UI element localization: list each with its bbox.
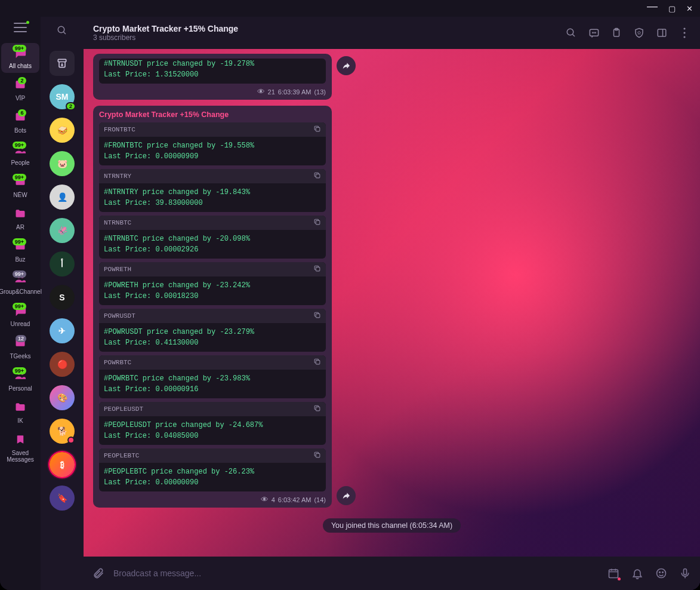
chat-list: SM2🥪🐷👤🦑أS✈🔴🎨🐕₿🔖 xyxy=(41,17,84,590)
copy-icon[interactable] xyxy=(313,265,321,274)
folder-item[interactable]: 6 Bots xyxy=(1,107,39,137)
badge: 2 xyxy=(66,102,76,110)
svg-point-36 xyxy=(662,572,664,573)
code-line: #NTRNUSDT price changed by -19.278% xyxy=(104,59,321,69)
code-line: #PEOPLEBTC price changed by -26.23% xyxy=(104,466,321,477)
folder-item[interactable]: IK xyxy=(1,398,39,428)
folder-item[interactable]: 99+ Group&Channel xyxy=(1,269,39,299)
svg-point-20 xyxy=(683,32,685,33)
code-title: FRONTBTC xyxy=(104,126,135,133)
code-line: Last Price: 1.31520000 xyxy=(104,69,321,80)
chat-subscribers: 3 subscribers xyxy=(93,33,558,42)
code-block: POWRBTC #POWRBTC price changed by -23.98… xyxy=(99,355,326,398)
folders-sidebar: 99+ All chats 2 VĪP 6 Bots 99+ People 99… xyxy=(0,17,41,590)
folder-item[interactable]: AR xyxy=(1,204,39,234)
copy-icon[interactable] xyxy=(313,171,321,181)
clipboard-icon[interactable] xyxy=(610,27,622,39)
copy-icon[interactable] xyxy=(313,218,321,228)
svg-point-21 xyxy=(683,36,685,38)
code-line: #NTRNBTC price changed by -20.098% xyxy=(104,233,321,244)
chat-avatar[interactable]: 🐷 xyxy=(50,151,75,176)
folder-item[interactable]: 99+ People xyxy=(1,140,39,170)
message: #NTRNUSDT price changed by -19.278% Last… xyxy=(93,54,332,100)
folder-item[interactable]: 99+ Personal xyxy=(1,365,39,395)
folder-item[interactable]: 99+ Unread xyxy=(1,301,39,331)
folder-item[interactable]: 99+ All chats xyxy=(1,43,39,73)
chat-header: Crypto Market Tracker +15% Change 3 subs… xyxy=(84,17,700,49)
folder-label: TGeeks xyxy=(10,353,30,359)
copy-icon[interactable] xyxy=(313,358,321,367)
archive-icon xyxy=(56,57,68,69)
folder-icon xyxy=(14,401,27,416)
voice-icon[interactable] xyxy=(679,567,692,580)
folder-label: People xyxy=(11,159,29,166)
code-title: POWRBTC xyxy=(104,359,131,366)
svg-rect-28 xyxy=(316,407,320,411)
svg-rect-8 xyxy=(58,59,66,62)
notification-icon[interactable] xyxy=(631,567,644,580)
badge: 99+ xyxy=(13,142,26,149)
folder-label: IK xyxy=(17,417,23,424)
titlebar: — ▢ ✕ xyxy=(0,0,700,17)
folder-item[interactable]: 12 TGeeks xyxy=(1,333,39,363)
message-sender[interactable]: Crypto Market Tracker +15% Change xyxy=(99,110,326,119)
forward-button[interactable] xyxy=(337,486,356,505)
more-icon[interactable] xyxy=(679,27,690,39)
chat-avatar[interactable]: 🔖 xyxy=(50,485,75,511)
copy-icon[interactable] xyxy=(313,451,321,460)
copy-icon[interactable] xyxy=(313,125,321,134)
comments-icon[interactable] xyxy=(588,27,600,39)
code-block: PEOPLEBTC #PEOPLEBTC price changed by -2… xyxy=(99,448,326,491)
emoji-icon[interactable] xyxy=(655,567,668,580)
chat-avatar[interactable]: ₿ xyxy=(50,452,75,477)
attach-icon[interactable] xyxy=(92,567,105,580)
svg-rect-30 xyxy=(609,570,618,577)
forward-button[interactable] xyxy=(337,56,356,75)
folder-label: VĪP xyxy=(16,95,25,102)
chat-avatar[interactable]: ✈ xyxy=(50,318,75,343)
folder-label: Bots xyxy=(14,127,26,134)
message-input[interactable] xyxy=(113,569,599,578)
input-bar xyxy=(84,557,700,590)
chat-avatar[interactable]: 🐕 xyxy=(50,419,75,444)
folder-label: Personal xyxy=(8,385,32,392)
menu-button[interactable] xyxy=(14,23,27,32)
chat-header-info[interactable]: Crypto Market Tracker +15% Change 3 subs… xyxy=(93,24,558,42)
messages-area[interactable]: #NTRNUSDT price changed by -19.278% Last… xyxy=(84,49,700,557)
archive-button[interactable] xyxy=(50,51,75,76)
folder-item[interactable]: 2 VĪP xyxy=(1,75,39,105)
code-title: POWRETH xyxy=(104,266,131,273)
code-line: #POWRBTC price changed by -23.983% xyxy=(104,373,321,384)
header-search-icon[interactable] xyxy=(565,27,577,39)
search-icon[interactable] xyxy=(57,25,67,39)
code-block: #NTRNUSDT price changed by -19.278% Last… xyxy=(99,59,326,84)
chat-avatar[interactable]: 🦑 xyxy=(50,218,75,243)
folder-item[interactable]: 99+ Buz xyxy=(1,236,39,266)
main-panel: Crypto Market Tracker +15% Change 3 subs… xyxy=(84,17,700,590)
badge: 2 xyxy=(18,77,26,84)
views-icon: 👁 xyxy=(261,495,269,504)
copy-icon[interactable] xyxy=(313,311,321,321)
sidebar-toggle-icon[interactable] xyxy=(656,27,668,39)
chat-avatar[interactable]: 🥪 xyxy=(50,118,75,143)
chat-avatar[interactable]: 🎨 xyxy=(50,385,75,410)
copy-icon[interactable] xyxy=(313,404,321,414)
badge: 99+ xyxy=(13,367,26,374)
window-minimize-button[interactable]: — xyxy=(647,0,658,13)
chat-avatar[interactable]: 🔴 xyxy=(50,352,75,377)
svg-point-35 xyxy=(659,572,661,573)
views-count: 21 xyxy=(268,88,275,96)
chat-avatar[interactable]: S xyxy=(50,285,75,310)
chat-avatar[interactable]: أ xyxy=(50,251,75,276)
shield-icon[interactable] xyxy=(633,27,645,39)
folder-item[interactable]: 99+ NĒW xyxy=(1,172,39,202)
window-close-button[interactable]: ✕ xyxy=(686,4,693,13)
code-line: #POWRUSDT price changed by -23.279% xyxy=(104,327,321,337)
message-count: (14) xyxy=(314,496,326,503)
schedule-icon[interactable] xyxy=(607,567,620,580)
folder-item[interactable]: Saved Messages xyxy=(1,430,39,466)
chat-avatar[interactable]: 👤 xyxy=(50,185,75,210)
folder-icon xyxy=(14,208,27,223)
window-maximize-button[interactable]: ▢ xyxy=(668,4,676,13)
chat-avatar[interactable]: SM2 xyxy=(50,84,75,109)
